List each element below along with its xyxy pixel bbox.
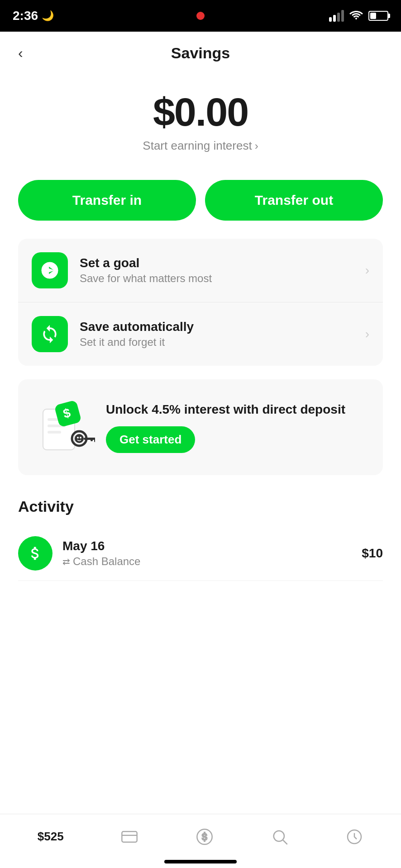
nav-card-button[interactable] (111, 823, 148, 850)
svg-rect-8 (84, 438, 95, 440)
transfer-out-button[interactable]: Transfer out (205, 180, 383, 221)
auto-save-icon (32, 316, 68, 352)
page-title: Savings (171, 44, 230, 62)
get-started-button[interactable]: Get started (106, 426, 195, 453)
interest-link[interactable]: Start earning interest › (143, 139, 258, 153)
promo-title: Unlock 4.5% interest with direct deposit (106, 401, 369, 418)
activity-title: Activity (18, 498, 383, 515)
save-auto-subtitle: Set it and forget it (80, 336, 365, 349)
activity-dollar-icon (18, 536, 53, 571)
transfer-arrows-icon: ⇄ (62, 556, 70, 567)
chevron-right-icon: › (255, 140, 258, 152)
nav-balance[interactable]: $525 (29, 825, 73, 848)
nav-balance-amount: $525 (38, 830, 64, 844)
balance-section: $0.00 Start earning interest › (0, 71, 401, 162)
nav-activity-button[interactable] (336, 823, 372, 850)
promo-section: $ Unlock 4.5% interest with direct depos… (18, 379, 383, 475)
activity-sub: ⇄ Cash Balance (62, 555, 362, 568)
activity-date: May 16 (62, 539, 362, 553)
svg-point-13 (80, 437, 81, 439)
svg-rect-10 (91, 438, 93, 441)
svg-rect-9 (94, 438, 95, 442)
activity-amount: $10 (362, 546, 383, 561)
nav-cashapp-button[interactable] (186, 823, 223, 850)
svg-point-12 (77, 437, 79, 439)
svg-line-17 (283, 840, 287, 844)
features-card: Set a goal Save for what matters most › … (18, 239, 383, 366)
promo-illustration: $ (32, 396, 95, 459)
set-goal-item[interactable]: Set a goal Save for what matters most › (18, 239, 383, 302)
save-auto-title: Save automatically (80, 320, 365, 334)
status-bar: 2:36 🌙 37 (0, 0, 401, 32)
status-time: 2:36 🌙 (13, 9, 54, 23)
back-button[interactable]: ‹ (18, 45, 23, 61)
interest-link-text: Start earning interest (143, 139, 252, 153)
svg-point-16 (273, 830, 284, 841)
svg-rect-4 (48, 431, 61, 434)
header: ‹ Savings (0, 32, 401, 71)
svg-rect-14 (122, 831, 137, 842)
activity-section: Activity May 16 ⇄ Cash Balance $10 (0, 489, 401, 581)
time-label: 2:36 (13, 9, 38, 23)
transfer-in-button[interactable]: Transfer in (18, 180, 196, 221)
moon-icon: 🌙 (42, 10, 54, 22)
status-right: 37 (329, 9, 388, 22)
notch-dot (196, 12, 205, 20)
goal-icon (32, 252, 68, 288)
battery-icon: 37 (368, 11, 388, 21)
chevron-right-icon: › (365, 327, 369, 341)
save-auto-item[interactable]: Save automatically Set it and forget it … (18, 302, 383, 366)
wifi-icon (349, 9, 363, 22)
nav-search-button[interactable] (262, 823, 298, 850)
svg-point-11 (75, 434, 84, 443)
home-indicator (164, 860, 237, 863)
set-goal-title: Set a goal (80, 256, 365, 270)
chevron-right-icon: › (365, 263, 369, 278)
set-goal-subtitle: Save for what matters most (80, 272, 365, 285)
action-buttons: Transfer in Transfer out (0, 162, 401, 234)
signal-icon (329, 10, 344, 22)
balance-amount: $0.00 (153, 89, 248, 135)
activity-item[interactable]: May 16 ⇄ Cash Balance $10 (18, 526, 383, 581)
notch (151, 5, 250, 27)
